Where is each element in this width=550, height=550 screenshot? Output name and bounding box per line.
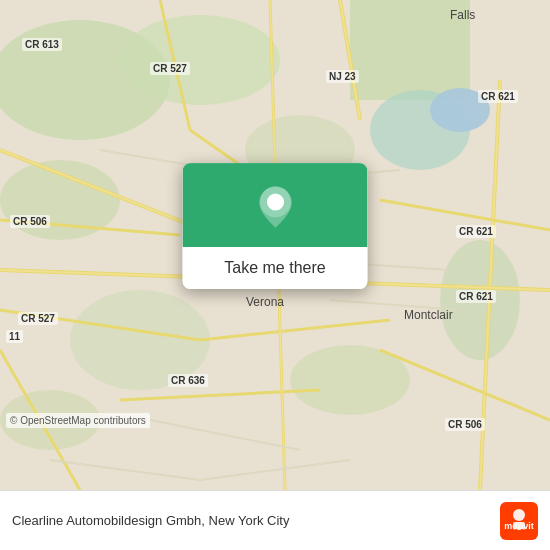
moovit-logo-svg: moovit bbox=[500, 502, 538, 540]
popup-card: Take me there bbox=[183, 163, 368, 289]
svg-point-2 bbox=[120, 15, 280, 105]
svg-point-46 bbox=[520, 529, 524, 533]
moovit-logo: moovit bbox=[500, 502, 538, 540]
road-label-11: 11 bbox=[6, 330, 23, 343]
road-label-cr621-top: CR 621 bbox=[478, 90, 518, 103]
road-label-cr621-bot: CR 621 bbox=[456, 290, 496, 303]
town-label-falls: Falls bbox=[450, 8, 475, 22]
road-label-cr506-bot: CR 506 bbox=[445, 418, 485, 431]
map-attribution: © OpenStreetMap contributors bbox=[6, 413, 150, 428]
place-name-text: Clearline Automobildesign Gmbh, New York… bbox=[12, 513, 500, 528]
road-label-cr527-top: CR 527 bbox=[150, 62, 190, 75]
take-me-there-button[interactable]: Take me there bbox=[183, 247, 368, 289]
road-label-cr506: CR 506 bbox=[10, 215, 50, 228]
road-label-cr527-bot: CR 527 bbox=[18, 312, 58, 325]
road-label-cr613: CR 613 bbox=[22, 38, 62, 51]
town-label-montclair: Montclair bbox=[404, 308, 453, 322]
svg-rect-44 bbox=[513, 522, 525, 530]
svg-point-43 bbox=[513, 509, 525, 521]
town-label-verona: Verona bbox=[246, 295, 284, 309]
location-pin-icon bbox=[251, 183, 299, 231]
svg-point-40 bbox=[268, 196, 282, 210]
map-container: CR 613 CR 527 NJ 23 CR 621 CR 506 CR 621… bbox=[0, 0, 550, 490]
svg-point-45 bbox=[514, 529, 518, 533]
road-label-cr636: CR 636 bbox=[168, 374, 208, 387]
popup-green-area bbox=[183, 163, 368, 247]
bottom-bar: Clearline Automobildesign Gmbh, New York… bbox=[0, 490, 550, 550]
road-label-cr621-mid: CR 621 bbox=[456, 225, 496, 238]
road-label-nj23: NJ 23 bbox=[326, 70, 359, 83]
